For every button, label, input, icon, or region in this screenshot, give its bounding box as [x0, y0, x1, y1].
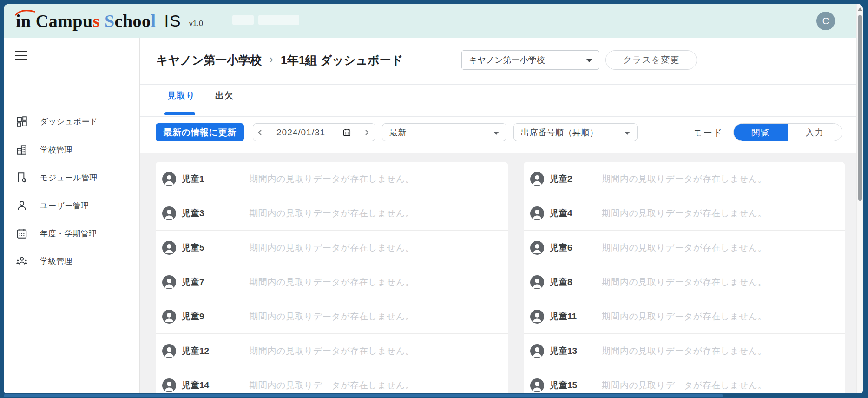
sidebar-item-school-admin[interactable]: 学校管理	[4, 139, 139, 160]
divider	[140, 84, 856, 85]
student-card-column-left: 児童1 期間内の見取りデータが存在しません。 児童3 期間内の見取りデータが存在…	[156, 162, 508, 393]
student-row[interactable]: 児童7 期間内の見取りデータが存在しません。	[156, 265, 508, 299]
student-row[interactable]: 児童4 期間内の見取りデータが存在しません。	[524, 196, 845, 231]
student-row[interactable]: 児童5 期間内の見取りデータが存在しません。	[156, 231, 508, 265]
scroll-up-arrow-icon[interactable]	[858, 7, 862, 11]
school-select[interactable]: キヤノン第一小学校	[461, 50, 599, 70]
student-avatar-icon	[530, 172, 544, 186]
empty-data-message: 期間内の見取りデータが存在しません。	[249, 345, 414, 357]
blurred-text-block	[232, 15, 254, 25]
vertical-scrollbar-thumb[interactable]	[858, 15, 862, 201]
student-row[interactable]: 児童1 期間内の見取りデータが存在しません。	[156, 162, 508, 196]
prev-day-button[interactable]	[253, 124, 267, 141]
class-group-icon	[16, 255, 28, 267]
sidebar-item-year-term-admin[interactable]: 年度・学期管理	[4, 223, 139, 244]
student-avatar-icon	[162, 275, 176, 289]
sort-order-value: 出席番号順（昇順）	[521, 127, 598, 138]
student-avatar-icon	[530, 241, 544, 255]
student-name: 児童3	[182, 207, 204, 219]
logo-suffix: IS	[164, 12, 182, 30]
date-pager: 2024/01/31	[253, 123, 375, 141]
next-day-button[interactable]	[358, 124, 375, 141]
student-row[interactable]: 児童6 期間内の見取りデータが存在しません。	[524, 231, 845, 265]
app-version: v1.0	[189, 20, 203, 28]
empty-data-message: 期間内の見取りデータが存在しません。	[602, 242, 767, 254]
latest-filter-dropdown[interactable]: 最新	[382, 123, 506, 141]
student-avatar-icon	[530, 275, 544, 289]
student-row[interactable]: 児童11 期間内の見取りデータが存在しません。	[524, 299, 845, 334]
school-select-value: キヤノン第一小学校	[469, 54, 545, 66]
horizontal-scrollbar-thumb[interactable]	[4, 394, 723, 397]
logo-swoosh-icon	[15, 8, 36, 16]
student-name: 児童8	[550, 276, 572, 288]
mode-view-button[interactable]: 閲覧	[734, 124, 788, 141]
student-name: 児童13	[550, 345, 577, 357]
student-name: 児童11	[550, 311, 577, 323]
chevron-left-icon	[256, 129, 264, 136]
mode-input-button[interactable]: 入力	[788, 124, 842, 141]
student-name: 児童12	[182, 345, 209, 357]
empty-data-message: 期間内の見取りデータが存在しません。	[602, 345, 767, 357]
breadcrumb-separator-icon: ›	[269, 52, 273, 66]
sidebar-item-label: 年度・学期管理	[40, 228, 97, 239]
sidebar-item-label: ダッシュボード	[40, 116, 98, 127]
app-header: in Campus School IS v1.0 C	[4, 4, 856, 38]
student-avatar-icon	[162, 206, 176, 220]
date-value: 2024/01/31	[276, 127, 325, 138]
chevron-down-icon	[625, 132, 630, 135]
logo-seg	[100, 11, 105, 31]
calendar-icon[interactable]	[342, 128, 351, 137]
student-name: 児童9	[182, 311, 204, 323]
student-name: 児童15	[550, 379, 577, 391]
student-name: 児童6	[550, 242, 572, 254]
student-avatar-icon	[530, 206, 544, 220]
sidebar: ダッシュボード 学校管理	[4, 38, 140, 393]
sidebar-item-user-admin[interactable]: ユーザー管理	[4, 195, 139, 216]
student-row[interactable]: 児童3 期間内の見取りデータが存在しません。	[156, 196, 508, 231]
logo-seg: S	[105, 11, 115, 31]
vertical-scrollbar[interactable]	[856, 4, 863, 393]
page-title: 1年1組 ダッシュボード	[281, 53, 403, 68]
menu-toggle-icon[interactable]	[15, 48, 31, 62]
tab-mitori[interactable]: 見取り	[167, 90, 195, 102]
sidebar-item-label: 学級管理	[40, 256, 72, 266]
refresh-button[interactable]: 最新の情報に更新	[156, 123, 244, 141]
chevron-down-icon	[586, 59, 592, 62]
sort-order-dropdown[interactable]: 出席番号順（昇順）	[513, 123, 638, 141]
logo-wordmark: in Campus School	[16, 11, 156, 31]
logo-seg: s	[93, 11, 100, 31]
student-row[interactable]: 児童13 期間内の見取りデータが存在しません。	[524, 334, 845, 368]
sidebar-item-class-admin[interactable]: 学級管理	[4, 251, 139, 271]
date-field[interactable]: 2024/01/31	[267, 124, 358, 141]
student-row[interactable]: 児童14 期間内の見取りデータが存在しません。	[156, 368, 508, 393]
latest-filter-value: 最新	[389, 127, 407, 138]
module-gear-icon	[16, 172, 28, 184]
breadcrumb: キヤノン第一小学校 › 1年1組 ダッシュボード	[156, 53, 403, 68]
sidebar-item-module-admin[interactable]: モジュール管理	[4, 167, 139, 188]
empty-data-message: 期間内の見取りデータが存在しません。	[249, 207, 414, 219]
student-row[interactable]: 児童2 期間内の見取りデータが存在しません。	[524, 162, 845, 196]
app-logo: in Campus School IS v1.0	[16, 4, 203, 38]
student-row[interactable]: 児童12 期間内の見取りデータが存在しません。	[156, 334, 508, 368]
student-name: 児童1	[182, 173, 204, 185]
breadcrumb-school: キヤノン第一小学校	[156, 53, 262, 68]
change-class-button[interactable]: クラスを変更	[605, 50, 697, 70]
mode-label: モード	[693, 127, 723, 139]
tab-attendance[interactable]: 出欠	[215, 90, 234, 102]
user-avatar[interactable]: C	[816, 12, 835, 30]
sidebar-item-label: ユーザー管理	[40, 200, 89, 211]
student-name: 児童4	[550, 207, 572, 219]
dashboard-icon	[16, 115, 28, 127]
student-row[interactable]: 児童15 期間内の見取りデータが存在しません。	[524, 368, 845, 393]
empty-data-message: 期間内の見取りデータが存在しません。	[602, 173, 767, 185]
chevron-right-icon	[363, 129, 370, 136]
student-avatar-icon	[530, 378, 544, 392]
sidebar-item-dashboard[interactable]: ダッシュボード	[4, 111, 139, 132]
empty-data-message: 期間内の見取りデータが存在しません。	[249, 311, 414, 323]
app-surface: in Campus School IS v1.0 C ダッシュボード	[4, 4, 863, 393]
student-row[interactable]: 児童8 期間内の見取りデータが存在しません。	[524, 265, 845, 299]
active-tab-indicator	[164, 112, 195, 115]
student-row[interactable]: 児童9 期間内の見取りデータが存在しません。	[156, 299, 508, 334]
empty-data-message: 期間内の見取りデータが存在しません。	[602, 276, 767, 288]
student-name: 児童5	[182, 242, 204, 254]
